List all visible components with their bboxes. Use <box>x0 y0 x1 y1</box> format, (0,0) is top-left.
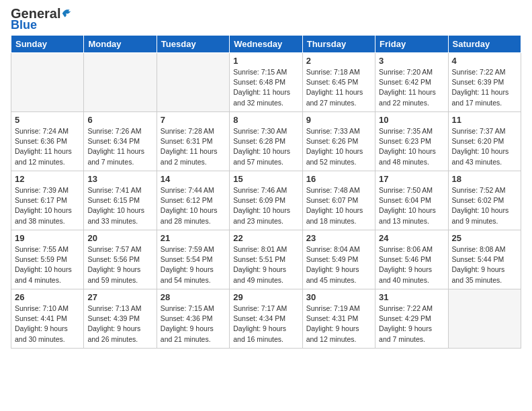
calendar-cell: 27Sunrise: 7:13 AM Sunset: 4:39 PM Dayli… <box>84 289 157 349</box>
day-number: 31 <box>379 292 444 302</box>
calendar-cell: 4Sunrise: 7:22 AM Sunset: 6:39 PM Daylig… <box>448 53 521 112</box>
calendar-cell: 1Sunrise: 7:15 AM Sunset: 6:48 PM Daylig… <box>230 53 302 112</box>
day-info: Sunrise: 8:04 AM Sunset: 5:49 PM Dayligh… <box>306 244 371 285</box>
day-info: Sunrise: 7:37 AM Sunset: 6:20 PM Dayligh… <box>452 126 517 167</box>
day-number: 16 <box>306 174 371 184</box>
day-info: Sunrise: 7:30 AM Sunset: 6:28 PM Dayligh… <box>233 126 298 167</box>
day-info: Sunrise: 7:13 AM Sunset: 4:39 PM Dayligh… <box>87 304 152 345</box>
day-number: 20 <box>87 233 152 243</box>
calendar-cell: 26Sunrise: 7:10 AM Sunset: 4:41 PM Dayli… <box>11 289 84 349</box>
calendar-cell <box>157 53 229 112</box>
day-info: Sunrise: 7:10 AM Sunset: 4:41 PM Dayligh… <box>15 304 80 345</box>
day-info: Sunrise: 7:50 AM Sunset: 6:04 PM Dayligh… <box>379 185 444 226</box>
calendar-week-2: 5Sunrise: 7:24 AM Sunset: 6:36 PM Daylig… <box>11 112 521 171</box>
day-number: 6 <box>87 115 152 125</box>
day-info: Sunrise: 7:28 AM Sunset: 6:31 PM Dayligh… <box>161 126 226 167</box>
calendar-cell: 5Sunrise: 7:24 AM Sunset: 6:36 PM Daylig… <box>11 112 84 171</box>
calendar-cell: 29Sunrise: 7:17 AM Sunset: 4:34 PM Dayli… <box>230 289 302 349</box>
day-info: Sunrise: 7:35 AM Sunset: 6:23 PM Dayligh… <box>379 126 444 167</box>
day-info: Sunrise: 7:18 AM Sunset: 6:45 PM Dayligh… <box>306 67 371 108</box>
calendar-cell: 14Sunrise: 7:44 AM Sunset: 6:12 PM Dayli… <box>157 171 229 230</box>
day-info: Sunrise: 7:48 AM Sunset: 6:07 PM Dayligh… <box>306 185 371 226</box>
calendar-cell: 3Sunrise: 7:20 AM Sunset: 6:42 PM Daylig… <box>375 53 448 112</box>
day-info: Sunrise: 7:24 AM Sunset: 6:36 PM Dayligh… <box>15 126 80 167</box>
col-header-thursday: Thursday <box>302 36 375 53</box>
calendar-week-3: 12Sunrise: 7:39 AM Sunset: 6:17 PM Dayli… <box>11 171 521 230</box>
day-info: Sunrise: 7:22 AM Sunset: 6:39 PM Dayligh… <box>452 67 517 108</box>
day-info: Sunrise: 7:41 AM Sunset: 6:15 PM Dayligh… <box>87 185 152 226</box>
day-number: 15 <box>233 174 298 184</box>
day-info: Sunrise: 7:19 AM Sunset: 4:31 PM Dayligh… <box>306 304 371 345</box>
calendar-cell: 20Sunrise: 7:57 AM Sunset: 5:56 PM Dayli… <box>84 230 157 289</box>
day-number: 27 <box>87 292 152 302</box>
day-number: 12 <box>15 174 80 184</box>
day-info: Sunrise: 8:06 AM Sunset: 5:46 PM Dayligh… <box>379 244 444 285</box>
day-info: Sunrise: 7:20 AM Sunset: 6:42 PM Dayligh… <box>379 67 444 108</box>
day-number: 3 <box>379 56 444 66</box>
day-number: 28 <box>161 292 226 302</box>
calendar-cell <box>84 53 157 112</box>
calendar-cell: 17Sunrise: 7:50 AM Sunset: 6:04 PM Dayli… <box>375 171 448 230</box>
day-info: Sunrise: 7:15 AM Sunset: 4:36 PM Dayligh… <box>161 304 226 345</box>
calendar-cell: 11Sunrise: 7:37 AM Sunset: 6:20 PM Dayli… <box>448 112 521 171</box>
day-info: Sunrise: 7:52 AM Sunset: 6:02 PM Dayligh… <box>452 185 517 226</box>
calendar-cell: 12Sunrise: 7:39 AM Sunset: 6:17 PM Dayli… <box>11 171 84 230</box>
day-number: 29 <box>233 292 298 302</box>
day-info: Sunrise: 7:39 AM Sunset: 6:17 PM Dayligh… <box>15 185 80 226</box>
day-number: 14 <box>161 174 226 184</box>
day-number: 2 <box>306 56 371 66</box>
calendar-cell: 28Sunrise: 7:15 AM Sunset: 4:36 PM Dayli… <box>157 289 229 349</box>
day-number: 13 <box>87 174 152 184</box>
day-number: 7 <box>161 115 226 125</box>
calendar-cell: 6Sunrise: 7:26 AM Sunset: 6:34 PM Daylig… <box>84 112 157 171</box>
day-number: 23 <box>306 233 371 243</box>
day-number: 17 <box>379 174 444 184</box>
calendar-cell: 9Sunrise: 7:33 AM Sunset: 6:26 PM Daylig… <box>302 112 375 171</box>
logo-blue-text: Blue <box>11 19 37 31</box>
day-info: Sunrise: 7:46 AM Sunset: 6:09 PM Dayligh… <box>233 185 298 226</box>
calendar-cell <box>448 289 521 349</box>
day-info: Sunrise: 7:57 AM Sunset: 5:56 PM Dayligh… <box>87 244 152 285</box>
calendar-table: SundayMondayTuesdayWednesdayThursdayFrid… <box>11 35 521 349</box>
day-info: Sunrise: 8:08 AM Sunset: 5:44 PM Dayligh… <box>452 244 517 285</box>
day-number: 1 <box>233 56 298 66</box>
day-number: 8 <box>233 115 298 125</box>
calendar-cell: 21Sunrise: 7:59 AM Sunset: 5:54 PM Dayli… <box>157 230 229 289</box>
day-number: 11 <box>452 115 517 125</box>
calendar-cell: 7Sunrise: 7:28 AM Sunset: 6:31 PM Daylig… <box>157 112 229 171</box>
col-header-sunday: Sunday <box>11 36 84 53</box>
calendar-cell: 10Sunrise: 7:35 AM Sunset: 6:23 PM Dayli… <box>375 112 448 171</box>
calendar-cell: 24Sunrise: 8:06 AM Sunset: 5:46 PM Dayli… <box>375 230 448 289</box>
day-number: 30 <box>306 292 371 302</box>
day-number: 22 <box>233 233 298 243</box>
day-number: 21 <box>161 233 226 243</box>
logo: General Blue <box>11 7 73 31</box>
day-info: Sunrise: 7:17 AM Sunset: 4:34 PM Dayligh… <box>233 304 298 345</box>
col-header-friday: Friday <box>375 36 448 53</box>
day-number: 26 <box>15 292 80 302</box>
calendar-cell: 2Sunrise: 7:18 AM Sunset: 6:45 PM Daylig… <box>302 53 375 112</box>
day-info: Sunrise: 7:22 AM Sunset: 4:29 PM Dayligh… <box>379 304 444 345</box>
calendar-cell: 30Sunrise: 7:19 AM Sunset: 4:31 PM Dayli… <box>302 289 375 349</box>
day-number: 25 <box>452 233 517 243</box>
col-header-tuesday: Tuesday <box>157 36 229 53</box>
day-number: 10 <box>379 115 444 125</box>
day-info: Sunrise: 7:33 AM Sunset: 6:26 PM Dayligh… <box>306 126 371 167</box>
calendar-cell: 23Sunrise: 8:04 AM Sunset: 5:49 PM Dayli… <box>302 230 375 289</box>
day-number: 18 <box>452 174 517 184</box>
calendar-week-1: 1Sunrise: 7:15 AM Sunset: 6:48 PM Daylig… <box>11 53 521 112</box>
day-info: Sunrise: 7:55 AM Sunset: 5:59 PM Dayligh… <box>15 244 80 285</box>
calendar-cell: 18Sunrise: 7:52 AM Sunset: 6:02 PM Dayli… <box>448 171 521 230</box>
day-info: Sunrise: 7:59 AM Sunset: 5:54 PM Dayligh… <box>161 244 226 285</box>
calendar-cell: 15Sunrise: 7:46 AM Sunset: 6:09 PM Dayli… <box>230 171 302 230</box>
day-number: 19 <box>15 233 80 243</box>
calendar-cell: 31Sunrise: 7:22 AM Sunset: 4:29 PM Dayli… <box>375 289 448 349</box>
calendar-cell <box>11 53 84 112</box>
day-info: Sunrise: 8:01 AM Sunset: 5:51 PM Dayligh… <box>233 244 298 285</box>
day-info: Sunrise: 7:26 AM Sunset: 6:34 PM Dayligh… <box>87 126 152 167</box>
calendar-cell: 8Sunrise: 7:30 AM Sunset: 6:28 PM Daylig… <box>230 112 302 171</box>
calendar-header-row: SundayMondayTuesdayWednesdayThursdayFrid… <box>11 36 521 53</box>
day-number: 4 <box>452 56 517 66</box>
calendar-cell: 19Sunrise: 7:55 AM Sunset: 5:59 PM Dayli… <box>11 230 84 289</box>
header: General Blue <box>11 7 521 31</box>
